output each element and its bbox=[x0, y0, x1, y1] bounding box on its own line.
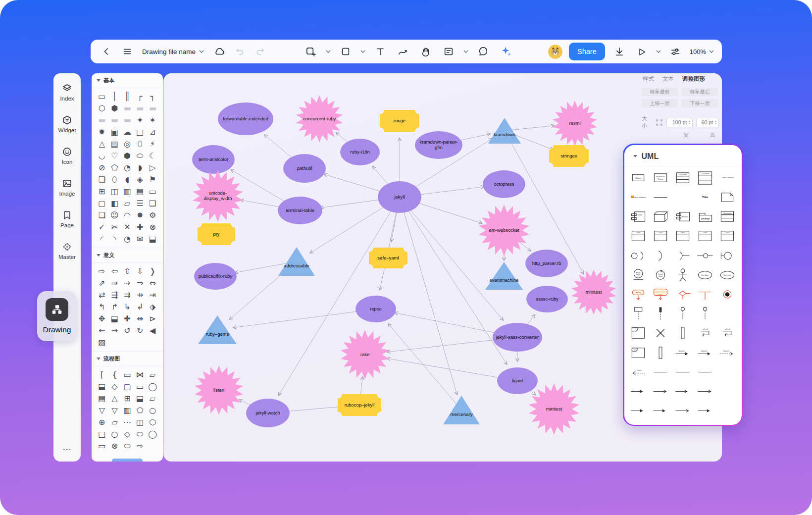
shape-icon-rectangle[interactable]: ▭ bbox=[96, 90, 108, 102]
uml-shape-arrow-filled[interactable] bbox=[628, 383, 648, 400]
diagram-node-rouge[interactable]: rouge bbox=[380, 110, 419, 132]
shape-icon-hatch-triangle[interactable]: ▨ bbox=[96, 336, 108, 348]
shape-icon-circle-cross[interactable]: ⊗ bbox=[146, 221, 159, 233]
uml-shape-arrow-filled[interactable] bbox=[651, 403, 670, 419]
shape-icon-filled-rect[interactable]: ▬ bbox=[134, 102, 147, 114]
shape-icon-cloud[interactable]: ☁ bbox=[121, 126, 134, 138]
diagram-node-jekyll-watch[interactable]: jekyll-watch bbox=[246, 399, 290, 427]
shape-icon-filled-rect[interactable]: ▬ bbox=[121, 102, 134, 114]
sidebar-item-page[interactable]: Page bbox=[60, 210, 74, 228]
uml-shape-hline[interactable] bbox=[673, 364, 693, 380]
diagram-node-terminal-table[interactable]: terminal-table bbox=[278, 197, 322, 224]
shape-section-header[interactable]: 意义 bbox=[92, 248, 163, 263]
uml-shape-tbar-red[interactable] bbox=[695, 286, 715, 303]
uml-shape-class3[interactable]: Classname bbox=[695, 170, 715, 186]
shape-icon-plus-thick[interactable]: ✚ bbox=[121, 312, 134, 324]
user-avatar[interactable] bbox=[548, 45, 562, 59]
uml-shape-circle-arc[interactable] bbox=[628, 248, 648, 264]
shape-icon-double-line[interactable]: ║ bbox=[121, 90, 134, 102]
shape-icon-square[interactable]: □ bbox=[96, 428, 108, 440]
diagram-node-eventmachine[interactable]: eventmachine bbox=[485, 261, 523, 290]
diagram-node-stringex[interactable]: stringex bbox=[549, 145, 589, 167]
file-name-menu[interactable]: Drawing file name bbox=[140, 48, 206, 55]
shape-icon-arrow-to-bar[interactable]: ⇥ bbox=[146, 289, 159, 301]
uml-shape-attr-label[interactable]: item: attribute bbox=[628, 189, 648, 206]
uml-shape-boundary[interactable] bbox=[717, 248, 737, 264]
shape-icon-star-6[interactable]: ✶ bbox=[146, 114, 159, 126]
shape-icon-arc-right[interactable]: ◝ bbox=[108, 233, 121, 245]
sidebar-item-icon[interactable]: Icon bbox=[62, 147, 73, 165]
shape-icon-arrow-lr-bar[interactable]: ⇹ bbox=[134, 312, 147, 324]
shape-icon-arc-left[interactable]: ◜ bbox=[96, 233, 108, 245]
shape-icon-shape-cut[interactable]: ⬓ bbox=[108, 312, 121, 324]
shape-icon-decision-2[interactable]: ◇ bbox=[121, 428, 134, 440]
note-tool[interactable] bbox=[441, 44, 457, 59]
shape-icon-extract[interactable]: △ bbox=[108, 392, 121, 404]
height-input[interactable]: 60 pt ▲▼ bbox=[696, 118, 719, 127]
shape-icon-vertical-line[interactable]: │ bbox=[108, 90, 121, 102]
shape-icon-document[interactable]: ▤ bbox=[108, 138, 121, 150]
shape-icon-star-4[interactable]: ✦ bbox=[134, 114, 147, 126]
shape-icon-list[interactable]: ☰ bbox=[134, 197, 147, 209]
shape-icon-half-donut[interactable]: ◠ bbox=[121, 209, 134, 221]
shape-icon-heart[interactable]: ♡ bbox=[108, 150, 121, 161]
uml-shape-attr-text[interactable]: + item: attribute bbox=[717, 170, 737, 186]
shape-icon-punched-tape[interactable]: ▱ bbox=[108, 416, 121, 428]
shape-icon-arrow-wave[interactable]: ⇝ bbox=[108, 324, 121, 336]
shape-icon-collate[interactable]: ⋈ bbox=[134, 368, 147, 380]
sidebar-overflow-icon[interactable]: ⋯ bbox=[63, 444, 72, 455]
uml-shape-class2[interactable]: Classname bbox=[673, 170, 693, 186]
sidebar-item-index[interactable]: Index bbox=[60, 83, 74, 102]
shape-icon-bubble[interactable]: ❑ bbox=[146, 197, 159, 209]
stepper-icon[interactable]: ▲▼ bbox=[688, 120, 691, 125]
shape-icon-off-page[interactable]: ⬠ bbox=[134, 404, 147, 416]
back-button[interactable] bbox=[99, 44, 114, 59]
shape-icon-arrow-dashed[interactable]: ⇢ bbox=[121, 277, 134, 289]
diagram-node-forwardable-extended[interactable]: forwardable-extended bbox=[218, 103, 273, 135]
shape-icon-arrow-up[interactable]: ⇧ bbox=[121, 265, 134, 277]
diagram-node-ruby-gems[interactable]: ruby–gems bbox=[198, 315, 237, 345]
uml-shape-state-red[interactable]: Composite Statesubstate bbox=[651, 286, 670, 303]
uml-shape-msg-arrow[interactable]: dispatch bbox=[673, 345, 693, 361]
shape-icon-data[interactable]: ▱ bbox=[146, 368, 159, 380]
shape-icon-play[interactable]: ▷ bbox=[146, 161, 159, 173]
diagram-node-sassc-ruby[interactable]: sassc-ruby bbox=[526, 286, 568, 312]
chevron-down-icon[interactable] bbox=[326, 50, 331, 53]
shape-icon-arrow-down[interactable]: ⇩ bbox=[134, 265, 147, 277]
uml-shape-activation[interactable] bbox=[651, 345, 670, 361]
shape-icon-arrow-pair[interactable]: ⇉ bbox=[121, 289, 134, 301]
shape-icon-window[interactable]: ◫ bbox=[108, 185, 121, 197]
shape-icon-arrow-bar[interactable]: ⇸ bbox=[134, 289, 147, 301]
shape-icon-pie[interactable]: ◔ bbox=[121, 161, 134, 173]
uml-shape-arrow-open[interactable] bbox=[695, 383, 715, 400]
shape-icon-pentagon[interactable]: ⬠ bbox=[108, 161, 121, 173]
shape-icon-cone[interactable]: ⊿ bbox=[146, 126, 159, 138]
shape-icon-rotate-cw[interactable]: ↻ bbox=[134, 324, 147, 336]
shape-icon-donut[interactable]: ◎ bbox=[121, 138, 134, 150]
diagram-node-mercenary[interactable]: mercenary bbox=[443, 395, 480, 425]
uml-shape-socket[interactable] bbox=[673, 248, 693, 264]
properties-tab[interactable]: 样式 bbox=[643, 75, 654, 83]
shape-icon-decision[interactable]: ◇ bbox=[108, 380, 121, 392]
connector-tool[interactable] bbox=[395, 44, 411, 59]
share-button[interactable]: Share bbox=[569, 43, 605, 60]
shape-icon-circle-2[interactable]: ◯ bbox=[146, 428, 159, 440]
uml-shape-classbox[interactable]: Class bbox=[651, 228, 670, 244]
shape-icon-corner-up-left[interactable]: ↰ bbox=[96, 301, 108, 312]
more-shapes-button[interactable]: + More bbox=[112, 459, 143, 462]
shape-icon-cursor[interactable]: ◀ bbox=[146, 324, 159, 336]
shape-icon-diamond[interactable]: ◈ bbox=[134, 173, 147, 185]
shape-icon-internal-storage[interactable]: ⊞ bbox=[121, 392, 134, 404]
settings-sliders-icon[interactable] bbox=[667, 44, 683, 59]
shape-icon-banner[interactable]: ▣ bbox=[108, 126, 121, 138]
shape-icon-pac[interactable]: ◔ bbox=[121, 233, 134, 245]
menu-icon[interactable] bbox=[119, 44, 135, 59]
uml-shape-msg-dashed[interactable]: dispatch bbox=[717, 345, 737, 361]
shape-icon-ellipse[interactable]: ◯ bbox=[146, 380, 159, 392]
shape-icon-or[interactable]: ⊕ bbox=[96, 416, 108, 428]
uml-shape-msg-arrow[interactable]: dispatch bbox=[695, 345, 715, 361]
shape-icon-corner-down-right[interactable]: ↳ bbox=[121, 301, 134, 312]
uml-shape-usecase[interactable]: Use Case bbox=[695, 267, 715, 283]
uml-shape-entity[interactable]: EntityObject bbox=[628, 267, 648, 283]
shape-icon-tag[interactable]: ◧ bbox=[108, 197, 121, 209]
